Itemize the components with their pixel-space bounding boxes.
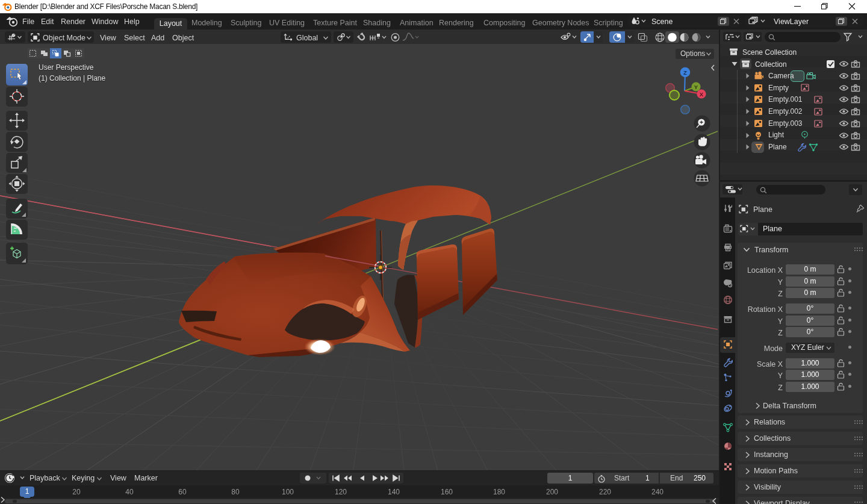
- svg-text:Y: Y: [694, 84, 698, 90]
- svg-text:Z: Z: [683, 69, 687, 76]
- svg-text:X: X: [700, 91, 704, 98]
